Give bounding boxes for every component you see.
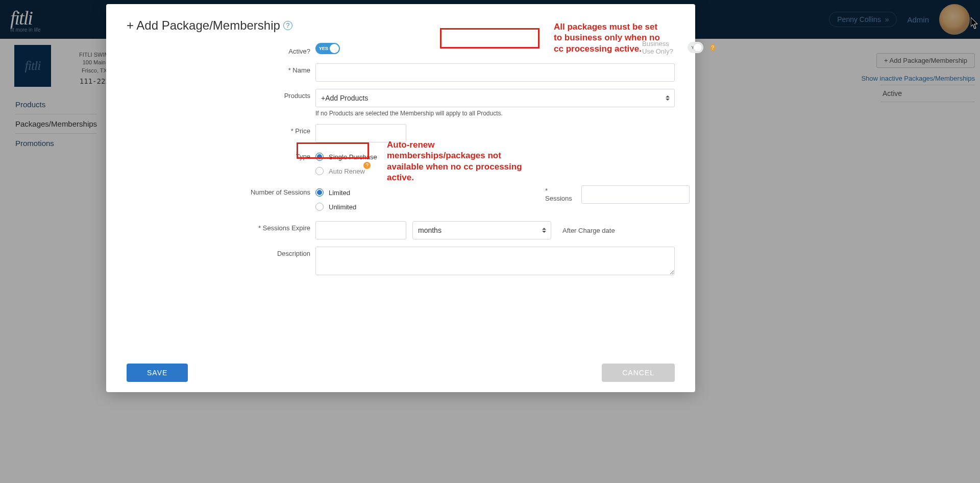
cancel-button[interactable]: CANCEL [602,364,675,382]
add-package-modal: + Add Package/Membership ? Active? YES B… [106,4,695,392]
label-type: Type [127,150,315,160]
label-description: Description [127,247,315,257]
radio-label-single-purchase: Single Purchase [329,153,377,161]
radio-label-limited: Limited [329,189,350,197]
label-products: Products [127,89,315,100]
annotation-text-biz: All packages must be set to business onl… [554,21,666,54]
help-icon[interactable]: ? [283,21,292,30]
expire-units-select[interactable]: months [412,221,551,239]
label-active: Active? [127,44,315,55]
radio-single-purchase[interactable] [315,153,324,161]
label-sessions: * Sessions [545,187,575,202]
help-icon[interactable]: ? [363,162,371,169]
annotation-text-auto: Auto-renew memberships/packages not avai… [387,139,525,183]
radio-label-auto-renew: Auto Renew [329,167,365,175]
radio-label-unlimited: Unlimited [329,203,356,211]
name-input[interactable] [315,63,675,82]
active-toggle[interactable]: YES [315,43,340,54]
label-sessions-expire: * Sessions Expire [127,221,315,232]
label-price: * Price [127,124,315,135]
help-icon[interactable]: ? [710,44,715,51]
radio-auto-renew[interactable] [315,167,324,175]
after-charge-text: After Charge date [562,227,615,234]
modal-footer: SAVE CANCEL [127,353,675,382]
radio-unlimited[interactable] [315,203,324,211]
save-button[interactable]: SAVE [127,364,188,382]
sessions-input[interactable] [581,185,689,204]
label-name: * Name [127,63,315,74]
description-input[interactable] [315,247,675,275]
business-use-toggle[interactable]: YES [688,42,703,53]
products-helper: If no Products are selected the Membersh… [315,110,675,117]
radio-limited[interactable] [315,188,324,197]
label-num-sessions: Number of Sessions [127,185,315,196]
sessions-expire-input[interactable] [315,221,406,239]
modal-title-text: + Add Package/Membership [127,18,280,33]
products-select[interactable]: +Add Products [315,89,675,107]
